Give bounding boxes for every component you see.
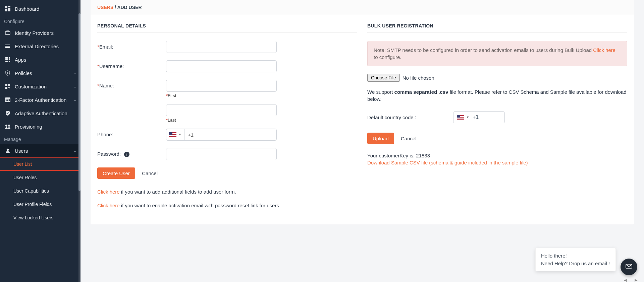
chevron-down-icon: ⌄ (73, 149, 76, 153)
svg-rect-16 (9, 61, 10, 62)
svg-point-23 (5, 125, 7, 127)
adaptive-icon (4, 110, 11, 117)
sidebar-subitem-user-capabilities[interactable]: User Capabilities (0, 184, 80, 198)
activation-email-link[interactable]: Click here (97, 203, 120, 208)
chevron-down-icon: ⌄ (73, 98, 76, 102)
phone-input[interactable] (184, 129, 276, 140)
password-input[interactable] (166, 148, 277, 160)
svg-rect-20 (5, 87, 7, 89)
bulk-cancel-button[interactable]: Cancel (395, 133, 422, 144)
phone-label: Phone: (97, 129, 166, 137)
email-label: *Email: (97, 41, 166, 50)
chat-greeting: Hello there! (541, 253, 610, 259)
username-input[interactable] (166, 60, 277, 72)
form-row-email: *Email: (97, 41, 357, 53)
sidebar-subitem-view-locked-users[interactable]: View Locked Users (0, 211, 80, 224)
dashboard-icon (4, 5, 11, 12)
sidebar-item-customization[interactable]: Customization ⌄ (0, 80, 80, 93)
sidebar-section-configure: Configure (0, 15, 80, 26)
svg-rect-3 (5, 9, 7, 11)
chat-fab-button[interactable] (621, 259, 637, 275)
sidebar-subitem-user-roles[interactable]: User Roles (0, 171, 80, 184)
svg-rect-13 (9, 59, 10, 60)
breadcrumb-sep: / (113, 5, 117, 10)
sidebar-item-provisioning[interactable]: Provisioning (0, 120, 80, 133)
csv-support-text: We support comma separated .csv file for… (367, 88, 627, 102)
email-input[interactable] (166, 41, 277, 53)
users-icon (4, 147, 11, 154)
sidebar-item-label: Apps (15, 57, 26, 63)
breadcrumb-link-users[interactable]: USERS (97, 5, 113, 10)
sidebar-item-dashboard[interactable]: Dashboard (0, 2, 80, 15)
svg-rect-1 (8, 6, 10, 7)
sidebar-item-policies[interactable]: Policies ⌄ (0, 66, 80, 80)
chat-popup[interactable]: Hello there! Need Help? Drop us an email… (535, 248, 616, 271)
svg-rect-11 (5, 59, 7, 60)
sidebar-subitem-user-list[interactable]: User List (0, 157, 79, 171)
breadcrumb: USERS / ADD USER (91, 0, 634, 15)
name-label: *Name: (97, 80, 166, 88)
section-title-bulk: BULK USER REGISTRATION (367, 23, 627, 28)
cancel-button[interactable]: Cancel (137, 167, 163, 179)
form-row-phone: Phone: ▼ (97, 129, 357, 141)
svg-point-17 (7, 72, 8, 74)
sidebar-item-apps[interactable]: Apps (0, 53, 80, 66)
svg-rect-10 (9, 57, 10, 59)
default-country-row: Default country code : ▼ +1 (367, 111, 627, 123)
content-grid: PERSONAL DETAILS *Email: *Username: *Nam… (91, 15, 634, 224)
sidebar-item-label: 2-Factor Authentication (15, 97, 66, 103)
download-sample-csv-link[interactable]: Download Sample CSV file (schema & guide… (367, 160, 627, 165)
sidebar-item-label: User List (13, 161, 32, 167)
sidebar-item-label: User Capabilities (13, 188, 49, 194)
activation-email-note: Click here if you want to enable activat… (97, 203, 357, 208)
svg-rect-2 (8, 8, 10, 11)
breadcrumb-current: ADD USER (117, 5, 142, 10)
phone-input-wrap: ▼ (166, 129, 277, 141)
additional-fields-link[interactable]: Click here (97, 189, 120, 195)
svg-rect-9 (7, 57, 8, 59)
sidebar-item-adaptive-auth[interactable]: Adaptive Authentication (0, 107, 80, 120)
personal-actions: Create User Cancel (97, 167, 357, 179)
sidebar-item-label: Customization (15, 84, 47, 89)
horizontal-scrollbar[interactable]: ◀▶ (91, 279, 637, 282)
sidebar-item-external-directories[interactable]: External Directories (0, 40, 80, 53)
sidebar-item-label: View Locked Users (13, 215, 54, 220)
last-sub-label: *Last (166, 118, 277, 123)
policies-icon (4, 69, 11, 77)
svg-rect-26 (626, 264, 632, 268)
first-name-input[interactable] (166, 80, 277, 92)
svg-rect-8 (5, 57, 7, 59)
sidebar-item-identity-providers[interactable]: Identity Providers (0, 26, 80, 40)
sidebar-item-label: External Directories (15, 44, 59, 49)
sidebar-item-label: User Profile Fields (13, 202, 52, 207)
ext-dir-icon (4, 43, 11, 50)
choose-file-button[interactable]: Choose File (367, 74, 400, 82)
sidebar-item-label: Dashboard (15, 6, 39, 12)
svg-rect-19 (8, 84, 10, 86)
chevron-down-icon: ▼ (466, 116, 469, 119)
customer-key-value: 21833 (416, 153, 430, 158)
sidebar-item-2fa[interactable]: 123 2-Factor Authentication ⌄ (0, 93, 80, 107)
us-flag-icon (169, 132, 176, 137)
create-user-button[interactable]: Create User (97, 167, 135, 179)
chevron-down-icon: ▼ (178, 133, 181, 136)
card: USERS / ADD USER PERSONAL DETAILS *Email… (91, 0, 634, 224)
file-input-row: Choose File No file chosen (367, 74, 627, 82)
bulk-registration-section: BULK USER REGISTRATION Note: SMTP needs … (367, 23, 627, 216)
default-country-value: +1 (473, 114, 479, 120)
last-name-input[interactable] (166, 104, 277, 116)
svg-rect-15 (7, 61, 8, 62)
default-country-select[interactable]: ▼ +1 (453, 111, 505, 123)
divider (367, 32, 627, 33)
file-status: No file chosen (402, 75, 434, 81)
info-icon[interactable]: i (124, 152, 129, 157)
phone-country-select[interactable]: ▼ (166, 129, 184, 140)
sidebar-item-label: Users (15, 148, 28, 154)
additional-fields-note: Click here if you want to add additional… (97, 189, 357, 195)
sidebar-item-users[interactable]: Users ⌄ (0, 144, 80, 157)
sidebar-subitem-user-profile-fields[interactable]: User Profile Fields (0, 198, 80, 211)
upload-button[interactable]: Upload (367, 133, 394, 144)
scroll-arrows[interactable]: ◀▶ (624, 278, 637, 282)
configure-smtp-link[interactable]: Click here (593, 47, 615, 53)
customer-key-text: Your customerKey is: 21833 (367, 153, 627, 158)
